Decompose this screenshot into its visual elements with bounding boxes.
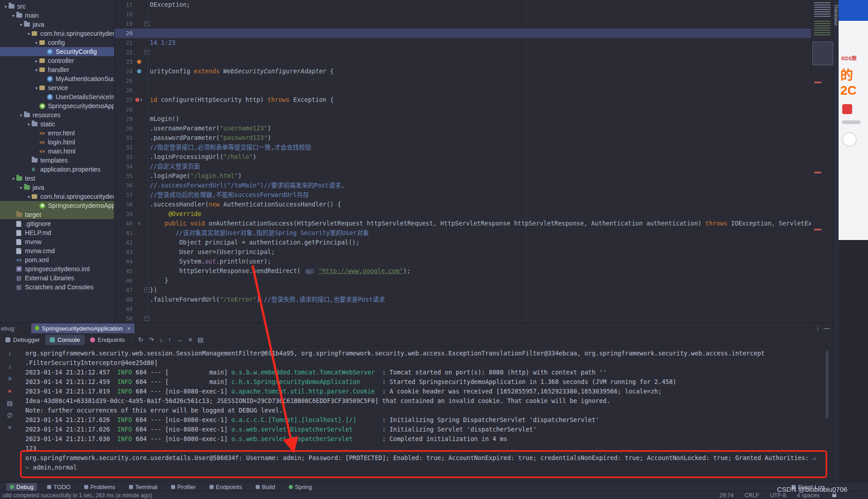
editor-line[interactable]: 32//指定登录接口,必须和表单等提交接口一致,才会去找校验 xyxy=(114,143,811,152)
line-number[interactable]: 18 xyxy=(114,11,134,18)
tree-item-external-libraries[interactable]: External Libraries xyxy=(0,273,114,283)
run-config-tab[interactable]: SpringsecuritydemoApplication × xyxy=(31,323,134,333)
tree-item-src[interactable]: ▾src xyxy=(0,2,114,11)
editor-line[interactable]: 29mLogin() xyxy=(114,114,811,124)
code-text[interactable]: System.out.println(user); xyxy=(150,257,271,266)
tree-item-mvnw-cmd[interactable]: mvnw.cmd xyxy=(0,246,114,255)
line-number[interactable]: 29 xyxy=(114,115,134,122)
editor-line[interactable]: 25 xyxy=(114,76,811,86)
line-number[interactable]: 27 xyxy=(114,96,134,103)
project-tree[interactable]: ▾src▾main▾java▾com.hrui.springsecurityde… xyxy=(0,0,114,323)
line-number[interactable]: 35 xyxy=(114,173,134,179)
clear-console-icon[interactable]: × xyxy=(8,424,11,431)
tree-item-springsecuritydemo-iml[interactable]: springsecuritydemo.iml xyxy=(0,264,114,273)
line-number[interactable]: 43 xyxy=(114,249,134,255)
toolwindow-button-debug[interactable]: Debug xyxy=(6,483,37,491)
line-number[interactable]: 19 xyxy=(114,20,134,27)
rerun-icon[interactable]: ↻ xyxy=(135,335,146,344)
editor-line[interactable]: 28 xyxy=(114,105,811,114)
code-text[interactable]: Object principal = authentication.getPri… xyxy=(150,238,359,247)
chevron-right-icon[interactable]: ▸ xyxy=(33,58,39,63)
chevron-down-icon[interactable]: ▾ xyxy=(10,176,16,181)
code-text[interactable]: mLogin() xyxy=(150,114,179,124)
code-text[interactable]: //登录成功后的处理器,不能和successForwardUrl共存 xyxy=(150,190,309,200)
line-number[interactable]: 17 xyxy=(114,1,134,8)
code-text[interactable]: .loginProcessingUrl("/hello") xyxy=(150,152,257,162)
tree-item-userdetailsserviceimpl[interactable]: UserDetailsServiceImpl xyxy=(0,92,114,101)
tree-item-myauthenticationsucces[interactable]: MyAuthenticationSucces xyxy=(0,74,114,83)
editor-line[interactable]: 39@Override xyxy=(114,209,811,219)
tree-item-controller[interactable]: ▸controller xyxy=(0,56,114,65)
line-number[interactable]: 32 xyxy=(114,144,134,151)
line-number[interactable]: 49 xyxy=(114,306,134,312)
code-text[interactable]: .usernameParameter("username123") xyxy=(150,124,271,133)
tree-item-help-md[interactable]: HELP.md xyxy=(0,228,114,237)
editor-line[interactable]: 44System.out.println(user); xyxy=(114,257,811,266)
code-text[interactable]: public void onAuthenticationSuccess(Http… xyxy=(150,219,811,228)
toolwindow-button-profiler[interactable]: Profiler xyxy=(167,483,200,491)
editor-line[interactable]: 46} xyxy=(114,276,811,285)
line-number[interactable]: 33 xyxy=(114,154,134,160)
code-text[interactable]: 14 1:23 xyxy=(150,38,176,48)
code-editor[interactable]: 17OException;1819−202114 1:2322−2324urit… xyxy=(114,0,811,323)
line-number[interactable]: 40 xyxy=(114,220,134,227)
scroll-down-icon[interactable]: ↓ xyxy=(8,363,11,370)
tree-item-service[interactable]: ▾service xyxy=(0,83,114,92)
line-number[interactable]: 45 xyxy=(114,268,134,274)
tree-item-java[interactable]: ▾java xyxy=(0,20,114,29)
line-number[interactable]: 36 xyxy=(114,182,134,189)
tree-item-handler[interactable]: ▾handler xyxy=(0,65,114,74)
debug-view-tab-endpoints[interactable]: Endpoints xyxy=(86,335,129,345)
tree-item-java[interactable]: ▾java xyxy=(0,183,114,192)
line-number[interactable]: 23 xyxy=(114,58,134,65)
code-text[interactable]: }) xyxy=(150,285,157,295)
tree-item-static[interactable]: ▾static xyxy=(0,120,114,129)
editor-line[interactable]: 49 xyxy=(114,304,811,314)
chevron-down-icon[interactable]: ▾ xyxy=(26,194,32,199)
line-number[interactable]: 31 xyxy=(114,134,134,141)
tree-item-springsecuritydemoapplic[interactable]: SpringsecuritydemoApplic xyxy=(0,201,114,210)
editor-line[interactable]: 47−}) xyxy=(114,285,811,295)
scrollbar-thumb[interactable] xyxy=(812,42,833,65)
fold-marker-icon[interactable]: − xyxy=(144,316,149,321)
editor-line[interactable]: 27↑id configure(HttpSecurity http) throw… xyxy=(114,95,811,105)
editor-line[interactable]: 2114 1:23 xyxy=(114,38,811,48)
editor-line[interactable]: 36//.successForwardUrl("/toMain")//要求前端发… xyxy=(114,181,811,190)
run-to-cursor-icon[interactable]: → xyxy=(174,335,186,344)
line-number[interactable]: 48 xyxy=(114,296,134,303)
tree-item-com-hrui-springsecuritydemo[interactable]: ▾com.hrui.springsecuritydemo xyxy=(0,192,114,201)
editor-line[interactable]: 35.loginPage("/login.html") xyxy=(114,171,811,181)
editor-line[interactable]: 45httpServletResponse.sendRedirect( s: "… xyxy=(114,266,811,276)
code-text[interactable]: .failureForwardUrl("/toError") //登录失败,请求… xyxy=(150,295,385,304)
editor-line[interactable]: 19− xyxy=(114,19,811,29)
tree-item-securityconfig[interactable]: SecurityConfig xyxy=(0,47,114,56)
line-number[interactable]: 42 xyxy=(114,239,134,246)
console-output[interactable]: org.springframework.security.web.session… xyxy=(20,346,829,482)
step-out-icon[interactable]: ↑ xyxy=(165,335,174,344)
status-item-4-spaces[interactable]: 4 spaces xyxy=(797,492,820,499)
editor-line[interactable]: 20 xyxy=(114,29,811,38)
editor-line[interactable]: 50− xyxy=(114,314,811,323)
evaluate-expression-icon[interactable]: ≡ xyxy=(186,335,195,344)
step-into-icon[interactable]: ↓ xyxy=(157,335,165,344)
background-window[interactable]: RDS数 的2C xyxy=(839,0,868,240)
editor-line[interactable]: 26 xyxy=(114,86,811,95)
editor-line[interactable]: 42Object principal = authentication.getP… xyxy=(114,238,811,247)
tree-item-error-html[interactable]: error.html xyxy=(0,129,114,138)
tree-item-main-html[interactable]: main.html xyxy=(0,147,114,156)
chevron-down-icon[interactable]: ▾ xyxy=(33,40,39,45)
code-text[interactable]: @Override xyxy=(150,209,201,219)
code-text[interactable]: urityConfig extends WebSecurityConfigure… xyxy=(150,67,334,76)
fold-marker-icon[interactable]: − xyxy=(144,288,149,293)
chevron-down-icon[interactable]: ▾ xyxy=(26,122,32,127)
editor-line[interactable]: 43User user=(User)principal; xyxy=(114,247,811,257)
editor-line[interactable]: 40↑public void onAuthenticationSuccess(H… xyxy=(114,219,811,228)
editor-line[interactable]: 33.loginProcessingUrl("/hello") xyxy=(114,152,811,162)
editor-line[interactable]: 30.usernameParameter("username123") xyxy=(114,124,811,133)
chevron-down-icon[interactable]: ▾ xyxy=(3,4,9,9)
tree-item-springsecuritydemoapplica[interactable]: SpringsecuritydemoApplica xyxy=(0,101,114,110)
line-number[interactable]: 46 xyxy=(114,277,134,284)
line-number[interactable]: 50 xyxy=(114,315,134,322)
tree-item-application-properties[interactable]: application.properties xyxy=(0,165,114,174)
line-number[interactable]: 22 xyxy=(114,49,134,56)
